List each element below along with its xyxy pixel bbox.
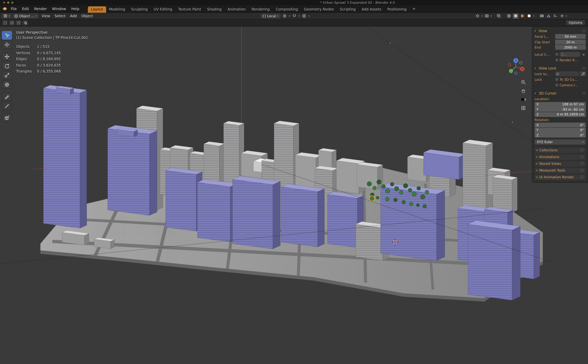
cursor-location-y-field[interactable]: Y-93 m -82 cm xyxy=(535,107,586,112)
shading-wireframe-button[interactable] xyxy=(506,13,512,19)
tool-annotate[interactable] xyxy=(2,92,12,101)
workspace-tab-geometry-nodes[interactable]: Geometry Nodes xyxy=(301,6,337,13)
tool-transform[interactable] xyxy=(2,80,12,89)
cursor-location-x-field[interactable]: X188 m 97 cm xyxy=(535,102,586,107)
tool-measure[interactable] xyxy=(2,102,12,110)
chevron-down-icon[interactable]: ▾ xyxy=(533,14,535,17)
options-button[interactable]: Options xyxy=(566,20,585,25)
camera-to-view-checkbox[interactable] xyxy=(555,83,558,87)
viewport-3d[interactable]: User Perspective (1) Scene Collection | … xyxy=(0,26,588,364)
mode-selector[interactable]: Object ... ▾ xyxy=(13,13,39,19)
gizmo-z-neg-axis[interactable] xyxy=(515,72,517,75)
viewport-setting-2[interactable] xyxy=(546,13,551,19)
chevron-down-icon[interactable]: ▾ xyxy=(299,14,300,17)
focal-length-field[interactable]: 50 mm xyxy=(555,34,586,39)
viewport-setting-4[interactable] xyxy=(559,13,565,19)
viewport-menu-add[interactable]: Add xyxy=(68,13,79,19)
local-camera-field[interactable]: C... xyxy=(560,52,580,57)
chevron-down-icon[interactable]: ▾ xyxy=(490,14,492,17)
viewport-setting-1[interactable] xyxy=(539,13,544,19)
gizmo-y-neg-axis[interactable] xyxy=(519,61,522,64)
select-mode-extend[interactable] xyxy=(9,20,15,26)
panel-grip-icon[interactable] xyxy=(580,149,584,152)
panel-header-view[interactable]: ▾ View xyxy=(535,28,586,34)
show-overlays-toggle[interactable] xyxy=(484,13,489,19)
shading-solid-button[interactable] xyxy=(513,13,519,19)
clear-icon[interactable]: × xyxy=(581,52,586,56)
chevron-down-icon[interactable]: ▾ xyxy=(308,14,310,17)
clip-start-field[interactable]: 20 m xyxy=(555,40,586,45)
editor-type-button[interactable]: ▾ xyxy=(1,13,12,19)
panel-grip-icon[interactable] xyxy=(582,29,586,32)
shading-rendered-button[interactable] xyxy=(527,13,532,19)
tool-scale[interactable] xyxy=(2,71,12,80)
shading-material-button[interactable] xyxy=(520,13,525,19)
panel-grip-icon[interactable] xyxy=(580,169,584,172)
clip-end-field[interactable]: 2000 m xyxy=(555,45,586,50)
select-mode-set[interactable] xyxy=(2,20,8,26)
cursor-rotation-x-field[interactable]: X0° xyxy=(535,123,586,127)
gizmo-x-neg-axis[interactable] xyxy=(508,64,511,66)
select-mode-subtract[interactable] xyxy=(16,20,21,26)
chevron-down-icon[interactable]: ▾ xyxy=(566,14,567,17)
viewport-menu-select[interactable]: Select xyxy=(52,13,68,19)
tool-rotate[interactable] xyxy=(2,62,12,70)
cursor-location-z-field[interactable]: Z0 m 95.1859 cm xyxy=(535,112,586,117)
workspace-tab-sculpting[interactable]: Sculpting xyxy=(128,6,151,13)
menu-edit[interactable]: Edit xyxy=(20,5,32,13)
panel-grip-icon[interactable] xyxy=(580,176,584,179)
panel-collapsed-annotations[interactable]: ▸Annotations xyxy=(535,154,586,160)
tool-add-cube[interactable] xyxy=(2,114,12,122)
workspace-tab-shading[interactable]: Shading xyxy=(204,6,224,13)
blender-logo-icon[interactable] xyxy=(2,6,7,12)
tool-move[interactable] xyxy=(2,52,12,61)
cursor-rotation-z-field[interactable]: Z0° xyxy=(535,133,586,137)
local-camera-checkbox[interactable] xyxy=(555,53,558,56)
workspace-tab-rendering[interactable]: Rendering xyxy=(248,6,273,13)
tool-select-box[interactable] xyxy=(2,31,12,40)
menu-file[interactable]: File xyxy=(8,5,20,13)
viewport-setting-3[interactable] xyxy=(552,13,558,19)
panel-header-view-lock[interactable]: ▾ View Lock xyxy=(535,65,586,71)
toggle-ortho-button[interactable] xyxy=(520,105,527,111)
panel-collapsed-stored-views[interactable]: ▸Stored Views xyxy=(535,161,586,167)
menu-window[interactable]: Window xyxy=(49,5,69,13)
menu-render[interactable]: Render xyxy=(32,5,50,13)
eyedropper-button[interactable] xyxy=(580,72,586,76)
cursor-rotation-y-field[interactable]: Y0° xyxy=(535,128,586,132)
navigation-gizmo[interactable]: Z X xyxy=(507,58,525,77)
chevron-down-icon[interactable]: ▾ xyxy=(482,14,483,17)
workspace-tab-scripting[interactable]: Scripting xyxy=(337,6,359,13)
workspace-tab-positioning[interactable]: Positioning xyxy=(384,6,410,13)
lock-to-3d-cursor-checkbox[interactable] xyxy=(555,78,558,81)
menu-help[interactable]: Help xyxy=(69,5,82,13)
pan-view-button[interactable] xyxy=(520,87,527,94)
panel-grip-icon[interactable] xyxy=(582,92,586,95)
viewport-menu-object[interactable]: Object xyxy=(79,13,95,19)
chevron-down-icon[interactable]: ▾ xyxy=(289,14,290,17)
workspace-tab-compositing[interactable]: Compositing xyxy=(273,6,301,13)
show-gizmo-toggle[interactable] xyxy=(475,13,480,19)
lock-to-object-field[interactable] xyxy=(555,72,579,76)
zoom-view-button[interactable] xyxy=(520,79,527,85)
tool-cursor[interactable] xyxy=(2,40,12,49)
panel-collapsed-ui-animation-render[interactable]: ▸UI Animation Render xyxy=(535,174,586,180)
camera-view-button[interactable] xyxy=(520,96,527,103)
panel-grip-icon[interactable] xyxy=(582,67,586,70)
add-workspace-button[interactable]: + xyxy=(410,6,418,11)
rotation-mode-dropdown[interactable]: XYZ Euler ▾ xyxy=(535,139,586,145)
transform-orientation-dropdown[interactable]: Local ▾ xyxy=(261,13,280,19)
viewport-3d-scene[interactable] xyxy=(0,26,588,364)
panel-collapsed-collections[interactable]: ▸Collections xyxy=(535,147,586,153)
workspace-tab-animation[interactable]: Animation xyxy=(224,6,248,13)
render-region-checkbox[interactable] xyxy=(555,58,558,62)
workspace-tab-add-assets[interactable]: Add Assets xyxy=(359,6,384,13)
select-mode-intersect[interactable] xyxy=(22,20,28,26)
workspace-tab-uv-editing[interactable]: UV Editing xyxy=(151,6,175,13)
snap-toggle[interactable] xyxy=(292,13,297,19)
workspace-tab-modeling[interactable]: Modeling xyxy=(106,6,128,13)
panel-grip-icon[interactable] xyxy=(580,156,584,158)
workspace-tab-texture-paint[interactable]: Texture Paint xyxy=(175,6,204,13)
xray-toggle[interactable] xyxy=(496,13,502,19)
panel-header-3d-cursor[interactable]: ▾ 3D Cursor xyxy=(535,91,586,96)
